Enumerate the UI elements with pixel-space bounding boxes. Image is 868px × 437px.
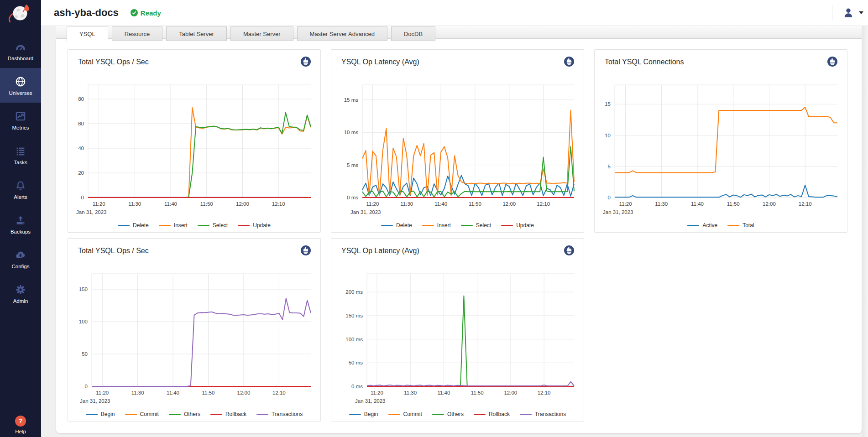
svg-text:0 ms: 0 ms	[347, 195, 358, 200]
main-content: YSQLResourceTablet ServerMaster ServerMa…	[41, 26, 868, 437]
svg-text:12:00: 12:00	[502, 201, 516, 207]
sidebar-item-metrics[interactable]: Metrics	[0, 103, 41, 137]
sidebar-item-admin[interactable]: Admin	[0, 276, 41, 311]
legend-label: Others	[447, 411, 464, 417]
legend-item-total[interactable]: Total	[727, 222, 754, 229]
legend-item-select[interactable]: Select	[461, 222, 491, 229]
legend-label: Update	[516, 222, 534, 229]
legend-swatch	[687, 225, 699, 226]
legend-swatch	[422, 225, 434, 226]
sidebar-item-alerts[interactable]: Alerts	[0, 172, 41, 207]
yugabyte-logo[interactable]	[0, 0, 41, 26]
legend-swatch	[432, 414, 444, 415]
legend-item-rollback[interactable]: Rollback	[474, 411, 510, 417]
sidebar-item-universes[interactable]: Universes	[0, 68, 41, 103]
tab-master-server-advanced[interactable]: Master Server Advanced	[297, 26, 387, 41]
sidebar-item-label: Metrics	[12, 125, 29, 130]
legend-item-others[interactable]: Others	[169, 411, 200, 417]
svg-text:12:00: 12:00	[236, 201, 249, 207]
sidebar-item-backups[interactable]: Backups	[0, 207, 41, 241]
chart-legend: BeginCommitOthersRollbackTransactions	[68, 411, 320, 417]
legend-item-rollback[interactable]: Rollback	[210, 411, 246, 417]
help-label: Help	[15, 429, 26, 434]
sidebar-item-help[interactable]: ? Help	[0, 416, 41, 434]
svg-text:12:10: 12:10	[799, 201, 812, 207]
svg-text:12:00: 12:00	[763, 201, 776, 207]
tab-tablet-server[interactable]: Tablet Server	[166, 26, 227, 41]
legend-item-update[interactable]: Update	[501, 222, 534, 229]
user-menu-button[interactable]	[842, 7, 863, 19]
prometheus-icon[interactable]	[564, 245, 575, 256]
legend-swatch	[125, 414, 137, 415]
legend-item-insert[interactable]: Insert	[159, 222, 188, 229]
legend-item-commit[interactable]: Commit	[388, 411, 422, 417]
svg-text:11:30: 11:30	[128, 201, 141, 207]
svg-text:200 ms: 200 ms	[345, 289, 363, 295]
legend-item-begin[interactable]: Begin	[86, 411, 115, 417]
prometheus-icon[interactable]	[300, 56, 311, 67]
chart-plot: 05101511:2011:3011:4011:5012:0012:10Jan …	[595, 50, 847, 218]
help-icon: ?	[15, 416, 26, 427]
sidebar-item-label: Universes	[9, 90, 32, 96]
svg-text:11:40: 11:40	[691, 201, 704, 207]
legend-item-delete[interactable]: Delete	[118, 222, 149, 229]
legend-label: Update	[253, 222, 271, 229]
chart-card-4: YSQL Op Latency (Avg)0 ms50 ms100 ms150 …	[331, 238, 584, 421]
sidebar-item-configs[interactable]: Configs	[0, 241, 41, 276]
sidebar: DashboardUniversesMetricsTasksAlertsBack…	[0, 0, 41, 437]
legend-item-others[interactable]: Others	[432, 411, 464, 417]
svg-text:Jan 31, 2023: Jan 31, 2023	[76, 209, 107, 215]
legend-swatch	[474, 414, 486, 415]
legend-item-commit[interactable]: Commit	[125, 411, 159, 417]
sidebar-item-label: Alerts	[14, 194, 27, 200]
chart-legend: ActiveTotal	[595, 222, 847, 229]
svg-text:60: 60	[78, 121, 84, 126]
legend-label: Transactions	[272, 411, 303, 417]
legend-swatch	[349, 414, 361, 415]
legend-item-transactions[interactable]: Transactions	[256, 411, 303, 417]
legend-label: Others	[184, 411, 200, 417]
sidebar-item-tasks[interactable]: Tasks	[0, 137, 41, 172]
chart-card-0: Total YSQL Ops / Sec02040608011:2011:301…	[68, 49, 321, 233]
svg-text:Jan 31, 2023: Jan 31, 2023	[350, 209, 381, 215]
prometheus-icon[interactable]	[827, 56, 838, 67]
svg-text:11:50: 11:50	[727, 201, 740, 207]
svg-text:0: 0	[81, 195, 84, 200]
tab-ysql[interactable]: YSQL	[67, 26, 108, 42]
user-area	[832, 5, 868, 21]
legend-item-update[interactable]: Update	[238, 222, 271, 229]
tab-resource[interactable]: Resource	[112, 26, 163, 41]
svg-text:11:40: 11:40	[437, 390, 450, 395]
tab-docdb[interactable]: DocDB	[391, 26, 435, 41]
legend-item-delete[interactable]: Delete	[381, 222, 412, 229]
legend-label: Rollback	[225, 411, 246, 417]
svg-text:12:10: 12:10	[537, 201, 550, 207]
svg-text:12:00: 12:00	[504, 390, 517, 395]
chart-title: YSQL Op Latency (Avg)	[341, 58, 419, 66]
prometheus-icon[interactable]	[564, 56, 575, 67]
sidebar-item-dashboard[interactable]: Dashboard	[0, 33, 41, 68]
legend-item-select[interactable]: Select	[198, 222, 228, 229]
svg-text:11:50: 11:50	[471, 390, 484, 395]
chart-plot: 0 ms5 ms10 ms15 ms11:2011:3011:4011:5012…	[331, 50, 584, 218]
svg-text:40: 40	[78, 146, 84, 151]
chart-card-2: Total YSQL Connections05101511:2011:3011…	[594, 49, 847, 233]
svg-text:10: 10	[605, 133, 611, 138]
legend-swatch	[159, 225, 171, 226]
tab-master-server[interactable]: Master Server	[230, 26, 293, 41]
globe-icon	[14, 75, 27, 88]
scrollbar-track[interactable]	[862, 26, 868, 437]
legend-item-insert[interactable]: Insert	[422, 222, 451, 229]
svg-text:11:40: 11:40	[167, 390, 179, 395]
legend-swatch	[198, 225, 209, 226]
legend-item-begin[interactable]: Begin	[349, 411, 378, 417]
legend-item-transactions[interactable]: Transactions	[520, 411, 566, 417]
legend-item-active[interactable]: Active	[687, 222, 717, 229]
legend-swatch	[118, 225, 130, 226]
prometheus-icon[interactable]	[300, 245, 311, 256]
chart-row-2: Total YSQL Ops / Sec05010015011:2011:301…	[68, 238, 584, 421]
svg-text:0 ms: 0 ms	[351, 384, 363, 389]
series-line-others	[367, 296, 574, 386]
svg-text:11:20: 11:20	[371, 390, 383, 395]
chart-plot: 02040608011:2011:3011:4011:5012:0012:10J…	[68, 50, 320, 218]
